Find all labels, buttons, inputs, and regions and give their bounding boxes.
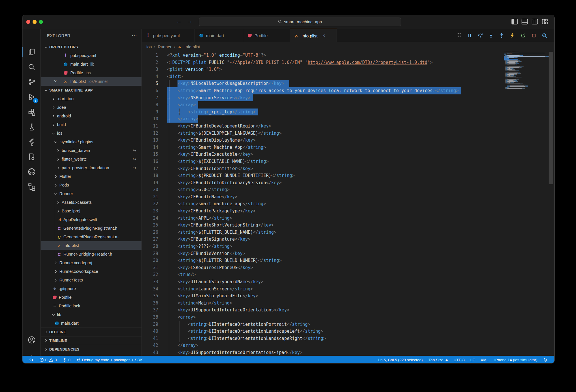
chevron-right-icon	[56, 157, 60, 161]
status-tab-size[interactable]: Tab Size: 4	[426, 356, 450, 364]
tree-item-flutter[interactable]: Flutter	[41, 172, 141, 181]
toggle-sidebar-left-icon[interactable]	[511, 19, 518, 24]
tree-item-assets-xcassets[interactable]: Assets.xcassets	[41, 198, 141, 207]
restart-button[interactable]	[520, 32, 526, 39]
close-editor-icon[interactable]: ×	[54, 79, 57, 84]
command-center-search[interactable]: smart_machine_app	[199, 18, 401, 26]
editor-scrollbar[interactable]	[549, 52, 553, 184]
step-into-button[interactable]	[488, 32, 494, 39]
activity-testing-icon[interactable]	[22, 120, 41, 134]
activity-run-and-debug-icon[interactable]: 1	[22, 90, 41, 104]
step-out-button[interactable]	[498, 32, 505, 39]
stop-button[interactable]	[530, 32, 537, 39]
hot-reload-button[interactable]	[509, 32, 515, 39]
tree-item--gitignore[interactable]: .gitignore	[41, 284, 141, 293]
activity-search-icon[interactable]	[22, 60, 41, 74]
tree-item-runner-bridging-header-h[interactable]: CRunner-Bridging-Header.h	[41, 250, 141, 258]
status-encoding[interactable]: UTF-8	[451, 356, 467, 364]
status-problems[interactable]: 00	[37, 356, 59, 364]
tree-item--symlinks-plugins[interactable]: .symlinks / plugins	[41, 138, 141, 146]
toggle-sidebar-right-icon[interactable]	[532, 19, 538, 24]
item-label: pubspec.yaml	[70, 53, 96, 58]
tree-item-runner-xcodeproj[interactable]: Runner.xcodeproj	[41, 258, 141, 267]
breadcrumb[interactable]: ios›Runner›Info.plist	[146, 42, 200, 52]
tree-item-flutter-webrtc[interactable]: flutter_webrtc↪	[41, 155, 141, 163]
navigate-forward-button[interactable]: →	[186, 18, 194, 24]
breadcrumb-item-info.plist[interactable]: Info.plist	[184, 45, 200, 49]
navigate-back-button[interactable]: ←	[175, 18, 183, 24]
activity-account-icon[interactable]	[22, 333, 41, 347]
code-line-8: → <array>	[167, 101, 500, 109]
tree-item-ios[interactable]: ios	[41, 129, 141, 138]
tree-item-pubspec-yaml[interactable]: !pubspec.yaml	[41, 51, 141, 60]
toggle-panel-icon[interactable]	[522, 19, 528, 24]
line-number: 10	[142, 115, 167, 123]
section-timeline[interactable]: TIMELINE	[41, 336, 141, 345]
widget-inspector-button[interactable]	[541, 32, 547, 39]
tab-podfile[interactable]: Podfile	[243, 29, 290, 42]
customize-layout-icon[interactable]	[542, 19, 548, 24]
status-remote[interactable]	[27, 356, 36, 364]
status-eol[interactable]: LF	[468, 356, 477, 364]
tree-item-info-plist[interactable]: Info.plist	[41, 241, 141, 250]
tree-item-build[interactable]: build	[41, 120, 141, 129]
tab-main-dart[interactable]: main.dart	[195, 29, 243, 42]
close-window-button[interactable]	[26, 20, 30, 24]
activity-github-icon[interactable]	[22, 165, 41, 178]
breadcrumb-item-ios[interactable]: ios	[146, 45, 152, 49]
minimize-window-button[interactable]	[33, 20, 37, 24]
tree-item-podfile[interactable]: Podfileios	[41, 68, 141, 77]
tab-pubspec-yaml[interactable]: !pubspec.yaml	[142, 29, 195, 42]
section-dependencies[interactable]: DEPENDENCIES	[41, 345, 141, 353]
breadcrumb-item-runner[interactable]: Runner	[158, 45, 172, 49]
tree-item-main-dart[interactable]: main.dartlib	[41, 60, 141, 68]
status-debug-config[interactable]: Debug my code + packages + SDK	[74, 356, 145, 364]
tree-item-generatedpluginregistrant-h[interactable]: CGeneratedPluginRegistrant.h	[41, 224, 141, 233]
status-device[interactable]: iPhone 14 (ios simulator)	[492, 356, 540, 364]
pause-button[interactable]	[467, 32, 473, 39]
section-open-editors[interactable]: OPEN EDITORS	[41, 43, 141, 51]
tree-item-lib[interactable]: lib	[41, 310, 141, 319]
tree-item-runner[interactable]: Runner	[41, 189, 141, 198]
activity-flutter-icon[interactable]	[22, 135, 41, 149]
tree-item-podfile-lock[interactable]: Podfile.lock	[41, 302, 141, 310]
status-ports[interactable]: 0	[60, 356, 73, 364]
section-outline[interactable]: OUTLINE	[41, 328, 141, 336]
tree-item-generatedpluginregistrant-m[interactable]: CGeneratedPluginRegistrant.m	[41, 233, 141, 241]
code-line-19: <key>CFBundleInfoDictionaryVersion</key>	[167, 179, 500, 187]
status-language-mode[interactable]: XML	[478, 356, 491, 364]
activity-project-file-settings-icon[interactable]	[22, 150, 41, 163]
status-notifications[interactable]	[541, 356, 550, 364]
code-line-32: <true/>	[167, 271, 500, 278]
grip-button[interactable]	[456, 32, 462, 39]
tree-item-appdelegate-swift[interactable]: AppDelegate.swift	[41, 215, 141, 224]
minimap[interactable]	[504, 52, 549, 89]
tab-info-plist[interactable]: Info.plist×	[290, 29, 337, 42]
maximize-window-button[interactable]	[39, 20, 43, 24]
tree-item--idea[interactable]: .idea	[41, 103, 141, 112]
tree-item-android[interactable]: android	[41, 112, 141, 120]
title-bar[interactable]: ← → smart_machine_app	[22, 15, 554, 29]
tree-item-main-dart[interactable]: main.dart	[41, 319, 141, 328]
activity-hierarchy-icon[interactable]	[22, 180, 41, 193]
section-smart-machine-app[interactable]: SMART_MACHINE_APP	[41, 86, 141, 94]
tree-item-info-plist[interactable]: ×Info.plistios/Runner	[41, 77, 141, 86]
more-actions-icon[interactable]: ⋯	[132, 33, 137, 39]
tree-item-pods[interactable]: Pods	[41, 181, 141, 189]
tree-item--dart-tool[interactable]: .dart_tool	[41, 94, 141, 103]
activity-explorer-icon[interactable]	[22, 45, 41, 59]
activity-extensions-icon[interactable]	[22, 105, 41, 119]
code-line-9: → <string>_rpc._tcp</string>	[167, 109, 500, 116]
close-tab-icon[interactable]: ×	[322, 33, 325, 39]
tree-item-path-provider-foundation[interactable]: path_provider_foundation↪	[41, 163, 141, 172]
status-cursor-position[interactable]: Ln 5, Col 5 (229 selected)	[376, 356, 425, 364]
chevron-down-icon	[53, 191, 58, 196]
tree-item-base-lproj[interactable]: Base.lproj	[41, 207, 141, 215]
activity-source-control-icon[interactable]	[22, 75, 41, 89]
code-content[interactable]: <?xml version="1.0" encoding="UTF-8"?><!…	[167, 52, 500, 356]
tree-item-runnertests[interactable]: RunnerTests	[41, 276, 141, 284]
tree-item-podfile[interactable]: Podfile	[41, 293, 141, 302]
tree-item-runner-xcworkspace[interactable]: Runner.xcworkspace	[41, 267, 141, 276]
tree-item-bonsoir-darwin[interactable]: bonsoir_darwin↪	[41, 146, 141, 155]
step-over-button[interactable]	[477, 32, 484, 39]
